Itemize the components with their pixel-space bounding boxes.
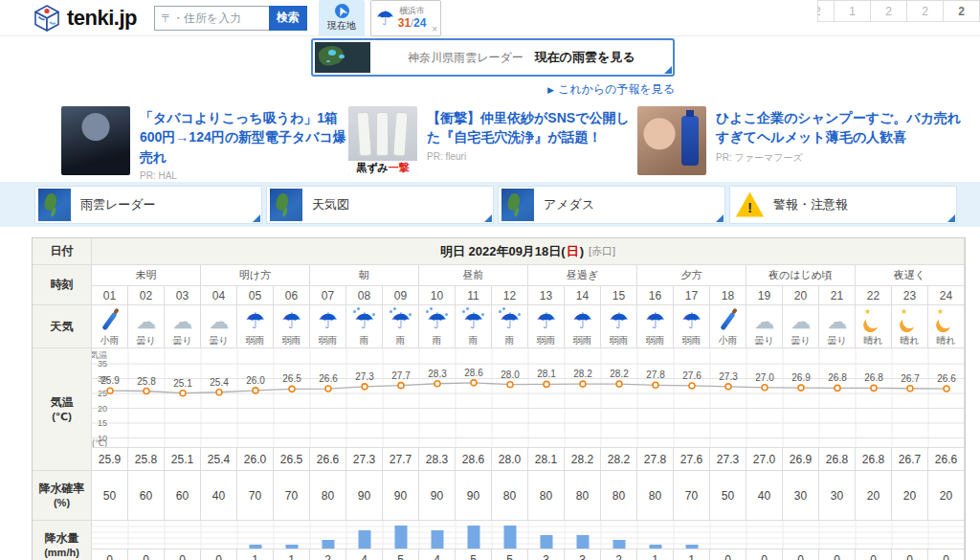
svg-text:28.3: 28.3: [428, 369, 447, 379]
top-cell[interactable]: 2: [943, 0, 980, 22]
top-cell[interactable]: 2: [817, 0, 835, 22]
weather-label: 雨: [433, 334, 442, 347]
prob-value-07: 80: [310, 471, 346, 521]
svg-text:27.8: 27.8: [646, 370, 665, 380]
pr-ad-1[interactable]: 「タバコよりこっち吸うわ」1箱600円→124円の新型電子タバコ爆売れ PR: …: [61, 106, 348, 181]
prob-value-04: 40: [201, 471, 237, 521]
amount-value-09: 5: [383, 549, 419, 560]
svg-text:26.8: 26.8: [828, 372, 847, 383]
warning-triangle-icon: !: [736, 192, 764, 217]
temp-value-04: 25.4: [201, 448, 237, 471]
map-thumbnail-icon: [270, 189, 302, 221]
corner-triangle-icon: [253, 214, 260, 222]
svg-text:28.6: 28.6: [464, 368, 483, 378]
weather-label: 弱雨: [682, 334, 702, 347]
time-group-昼前: 昼前: [419, 265, 528, 286]
hourly-forecast-table: 日付時刻天気気温(℃)降水確率(%)降水量(mm/h)明日 2022年09月18…: [32, 237, 966, 560]
time-group-明け方: 明け方: [201, 265, 310, 286]
umbrella-icon: ☂: [237, 308, 273, 333]
ad-title[interactable]: 【衝撃】仲里依紗がSNSで公開した『自宅毛穴洗浄』が話題！: [427, 108, 637, 147]
ad-thumbnail-shampoo: [637, 106, 706, 175]
search-button[interactable]: 検索: [269, 6, 307, 31]
close-icon[interactable]: ×: [432, 24, 437, 34]
corner-triangle-icon: [484, 214, 492, 222]
top-cell[interactable]: 2: [870, 0, 907, 22]
ad-pr-label: PR: fleuri: [427, 151, 637, 162]
weather-label: 小雨: [100, 334, 120, 347]
svg-text:27.7: 27.7: [391, 370, 411, 381]
temp-value-23: 26.7: [892, 448, 928, 471]
weather-label: 小雨: [719, 334, 738, 347]
amount-value-18: 0: [710, 549, 746, 560]
nav-button-warnings[interactable]: ! 警報・注意報: [729, 186, 957, 224]
cloud-icon: ☁: [165, 308, 200, 333]
nav-button-weather-map[interactable]: 天気図: [266, 186, 494, 224]
temp-value-05: 26.0: [237, 448, 274, 471]
weather-cell-18: 小雨: [710, 305, 746, 348]
ad-thumbnail-tubes: 黒ずみ一撃: [348, 106, 417, 175]
temp-value-21: 26.8: [819, 448, 856, 471]
site-logo[interactable]: tenki.jp: [33, 4, 137, 33]
ad-title[interactable]: 「タバコよりこっち吸うわ」1箱600円→124円の新型電子タバコ爆売れ: [140, 108, 348, 167]
time-group-夕方: 夕方: [637, 265, 746, 286]
hour-04: 04: [201, 286, 237, 305]
moon-star-icon: ★: [856, 308, 891, 333]
weather-cell-02: ☁曇り: [128, 305, 165, 348]
umbrella-icon: ☂: [310, 308, 345, 333]
temp-value-16: 27.8: [637, 448, 674, 471]
amount-value-06: 1: [274, 549, 310, 560]
weather-label: 曇り: [827, 334, 846, 347]
ad-title[interactable]: ひよこ企業のシャンプーすご。バカ売れすぎてヘルメット薄毛の人歓喜: [716, 108, 972, 147]
svg-text:26.0: 26.0: [246, 375, 265, 386]
nav-button-rain-radar[interactable]: 雨雲レーダー: [34, 186, 262, 224]
pr-ad-2[interactable]: 黒ずみ一撃 【衝撃】仲里依紗がSNSで公開した『自宅毛穴洗浄』が話題！ PR: …: [348, 106, 637, 181]
weather-label: 曇り: [791, 334, 810, 347]
radar-thumbnail: [315, 42, 370, 73]
umbrella-icon: ☂: [274, 308, 309, 333]
umbrella-rain-icon: ☂: [419, 308, 455, 333]
radar-cta: 現在の雨雲を見る: [535, 49, 635, 66]
weather-label: 弱雨: [282, 334, 301, 347]
temp-value-12: 28.0: [492, 448, 528, 471]
nav-button-amedas[interactable]: アメダス: [498, 186, 725, 224]
corner-triangle-icon: [664, 66, 672, 74]
forecast-link[interactable]: ▶これからの予報を見る: [531, 81, 675, 98]
radar-banner[interactable]: 神奈川県雨雲レーダー 現在の雨雲を見る: [311, 38, 675, 77]
weather-cell-17: ☂弱雨: [674, 305, 710, 348]
map-thumbnail-icon: [501, 189, 534, 221]
top-cell[interactable]: 1: [834, 0, 871, 22]
moon-star-icon: ★: [892, 308, 927, 333]
hour-15: 15: [601, 286, 637, 305]
umbrella-icon: ☂: [565, 308, 600, 333]
logo-text: tenki.jp: [67, 6, 137, 31]
hour-23: 23: [892, 286, 928, 305]
weather-label: 雨: [505, 334, 515, 347]
umbrella-icon: ☂: [528, 308, 564, 333]
svg-text:26.8: 26.8: [864, 372, 883, 383]
weather-cell-05: ☂弱雨: [237, 305, 274, 348]
triangle-icon: ▶: [547, 85, 554, 95]
top-cell[interactable]: 2: [906, 0, 944, 22]
precip-bars-svg: [92, 521, 964, 549]
prob-value-16: 80: [637, 471, 674, 521]
radar-title: 神奈川県雨雲レーダー: [408, 50, 523, 66]
cloud-icon: ☁: [746, 308, 782, 333]
search-input[interactable]: [154, 6, 269, 31]
temperature-chart: 気温353025201510(℃)25.925.825.125.426.026.…: [92, 348, 965, 448]
location-weather-chip[interactable]: ☂ 横浜市 31/24 ×: [370, 0, 441, 36]
prob-value-19: 40: [746, 471, 783, 521]
temp-value-07: 26.6: [310, 448, 346, 471]
hour-09: 09: [383, 286, 419, 305]
pr-ad-3[interactable]: ひよこ企業のシャンプーすご。バカ売れすぎてヘルメット薄毛の人歓喜 PR: ファー…: [637, 106, 972, 181]
prob-value-21: 30: [819, 471, 856, 521]
svg-text:28.1: 28.1: [537, 369, 556, 379]
row-label-precip-probability: 降水確率(%): [33, 471, 92, 521]
prob-value-18: 50: [710, 471, 746, 521]
amount-value-21: 0: [819, 549, 856, 560]
svg-text:26.5: 26.5: [282, 373, 301, 384]
weather-label: 雨: [469, 334, 479, 347]
svg-text:28.2: 28.2: [573, 369, 592, 379]
current-location-button[interactable]: 現在地: [319, 0, 365, 36]
chip-temps: 31/24: [398, 16, 427, 30]
temperature-chart-svg: 気温353025201510(℃)25.925.825.125.426.026.…: [92, 348, 964, 448]
